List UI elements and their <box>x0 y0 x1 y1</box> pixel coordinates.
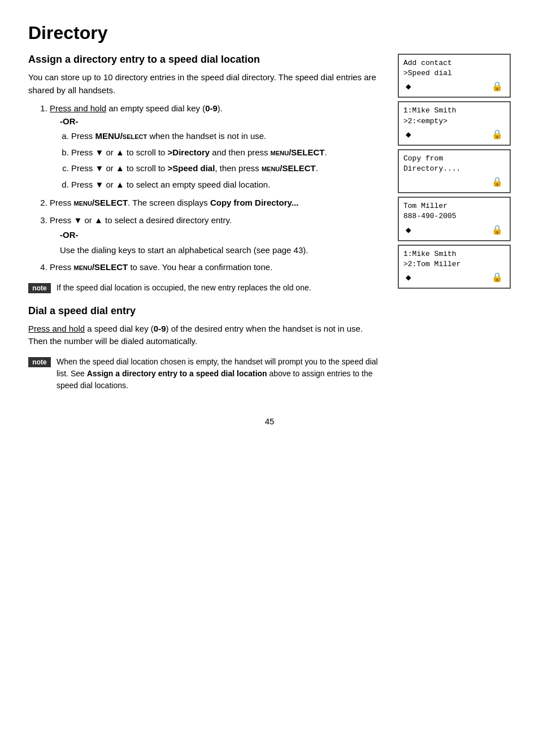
sub-b-dir: >Directory <box>168 147 210 157</box>
step3-or-text: Use the dialing keys to start an alphabe… <box>60 244 381 257</box>
section2-text: Press and hold a speed dial key (0-9) of… <box>28 323 381 348</box>
screen5-lock: 🔒 <box>492 272 503 283</box>
note-label-1: note <box>28 283 51 293</box>
screen5-text: 1:Mike Smith >2:Tom Miller <box>403 249 505 270</box>
screen4-text: Tom Miller 888-490-2005 <box>403 201 505 221</box>
sub-step-b: Press ▼ or ▲ to scroll to >Directory and… <box>71 146 381 159</box>
screen4-lock: 🔒 <box>492 224 503 236</box>
screen3-text: Copy from Directory.... <box>403 154 505 174</box>
sub-step-d: Press ▼ or ▲ to select an empty speed di… <box>71 179 381 192</box>
step2-menu: menu/SELECT <box>74 198 128 207</box>
section1-note-box: note If the speed dial location is occup… <box>28 282 381 294</box>
step2-copy: Copy from Directory... <box>210 198 298 207</box>
section1-heading: Assign a directory entry to a speed dial… <box>28 54 381 66</box>
screen-5: 1:Mike Smith >2:Tom Miller ◆ 🔒 <box>398 245 511 289</box>
screen1-text: Add contact >Speed dial <box>403 58 505 79</box>
screen2-text: 1:Mike Smith >2:<empty> <box>403 106 505 126</box>
screens-column: Add contact >Speed dial ◆ 🔒 1:Mike Smith… <box>398 54 511 399</box>
page-title: Directory <box>28 23 511 44</box>
step1-or-block: -OR- Press MENU/select when the handset … <box>60 115 381 192</box>
screen2-icons: ◆ 🔒 <box>403 129 505 140</box>
screen2-lock: 🔒 <box>492 129 503 140</box>
sub-a-menu: MENU/select <box>95 131 147 141</box>
screen5-icons: ◆ 🔒 <box>403 272 505 283</box>
screen1-diamond: ◆ <box>406 81 411 92</box>
section2-note-bold: Assign a directory entry to a speed dial… <box>87 369 267 378</box>
screen5-diamond: ◆ <box>406 272 411 283</box>
screen3-icons: 🔒 <box>403 176 505 188</box>
step-2: Press menu/SELECT. The screen displays C… <box>50 197 381 210</box>
section2-heading: Dial a speed dial entry <box>28 305 381 317</box>
screen-2: 1:Mike Smith >2:<empty> ◆ 🔒 <box>398 101 511 145</box>
sub-step-c: Press ▼ or ▲ to scroll to >Speed dial, t… <box>71 162 381 175</box>
sub-b-menu: menu/SELECT <box>271 147 325 157</box>
sub-step-a: Press MENU/select when the handset is no… <box>71 130 381 143</box>
step-4: Press menu/SELECT to save. You hear a co… <box>50 261 381 274</box>
step1-text: Press and hold an empty speed dial key (… <box>50 103 223 113</box>
section2-keyrange: 0-9 <box>154 324 166 333</box>
main-content: Assign a directory entry to a speed dial… <box>28 54 381 399</box>
step3-or-block: -OR- Use the dialing keys to start an al… <box>60 229 381 257</box>
section2-presshold: Press and hold <box>28 324 85 333</box>
step-1: Press and hold an empty speed dial key (… <box>50 102 381 191</box>
step1-keyrange: 0-9 <box>205 103 218 113</box>
screen2-diamond: ◆ <box>406 129 411 140</box>
step4-menu: menu/SELECT <box>74 262 128 272</box>
sub-c-menu: menu/SELECT <box>262 163 316 173</box>
section2-note-box: note When the speed dial location chosen… <box>28 356 381 392</box>
step1-presshold: Press and hold <box>50 103 106 113</box>
screen-1: Add contact >Speed dial ◆ 🔒 <box>398 54 511 98</box>
section2-note-text: When the speed dial location chosen is e… <box>56 356 381 392</box>
screen-4: Tom Miller 888-490-2005 ◆ 🔒 <box>398 197 511 241</box>
page-number: 45 <box>28 416 511 426</box>
screen3-lock: 🔒 <box>492 176 503 188</box>
sub-c-speed: >Speed dial <box>168 163 215 173</box>
note-label-2: note <box>28 357 51 367</box>
step1-or-label: -OR- <box>60 115 381 128</box>
step3-or-label: -OR- <box>60 229 381 242</box>
section1-intro: You can store up to 10 directory entries… <box>28 71 381 97</box>
screen1-icons: ◆ 🔒 <box>403 81 505 92</box>
screen-3: Copy from Directory.... 🔒 <box>398 149 511 193</box>
section1-note-text: If the speed dial location is occupied, … <box>56 282 311 294</box>
screen4-diamond: ◆ <box>406 224 411 236</box>
step-3: Press ▼ or ▲ to select a desired directo… <box>50 214 381 257</box>
screen1-lock: 🔒 <box>492 81 503 92</box>
screen4-icons: ◆ 🔒 <box>403 224 505 236</box>
sub-step-list: Press MENU/select when the handset is no… <box>71 130 381 191</box>
